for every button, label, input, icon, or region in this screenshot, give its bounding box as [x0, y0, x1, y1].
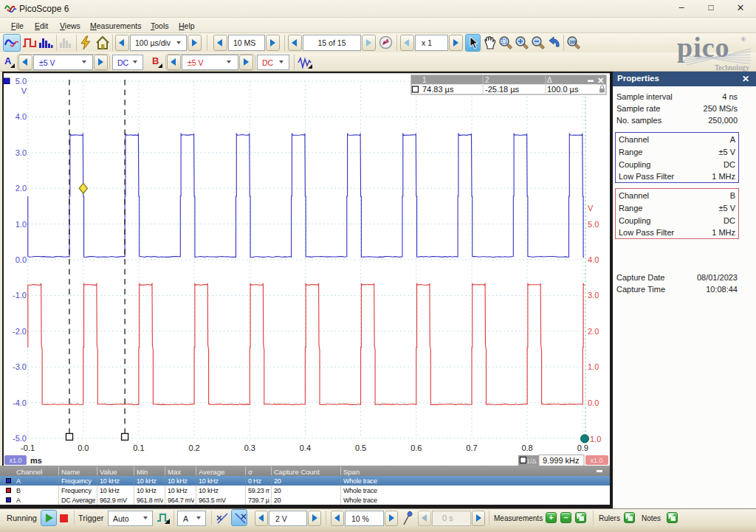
svg-text:1: 1	[422, 76, 427, 84]
svg-text:✕: ✕	[597, 76, 604, 85]
svg-text:4.0: 4.0	[588, 255, 599, 264]
svg-text:-4.0: -4.0	[13, 398, 27, 407]
svg-text:0.0: 0.0	[78, 443, 89, 452]
svg-text:3.0: 3.0	[16, 148, 27, 157]
svg-text:0.5: 0.5	[355, 443, 366, 452]
svg-text:100: 100	[570, 40, 577, 44]
svg-text:-25.18 µs: -25.18 µs	[485, 85, 520, 94]
svg-text:ms: ms	[30, 456, 42, 465]
svg-text:0.7: 0.7	[466, 443, 477, 452]
svg-text:1.0: 1.0	[16, 220, 27, 229]
svg-text:5.0: 5.0	[588, 220, 599, 229]
svg-text:5.0: 5.0	[16, 77, 27, 86]
svg-text:V: V	[588, 204, 594, 213]
svg-text:0.3: 0.3	[244, 443, 255, 452]
svg-text:1/Δ: 1/Δ	[526, 457, 537, 465]
svg-text:Technology: Technology	[715, 63, 749, 72]
svg-text:0.6: 0.6	[410, 443, 422, 452]
svg-text:100.0 µs: 100.0 µs	[547, 85, 579, 94]
svg-text:0.0: 0.0	[588, 398, 599, 407]
svg-text:2: 2	[485, 76, 489, 84]
svg-text:0.0: 0.0	[16, 255, 27, 264]
svg-text:2.0: 2.0	[588, 327, 599, 336]
svg-text:x1.0: x1.0	[590, 457, 602, 464]
svg-text:V: V	[21, 86, 27, 95]
svg-text:x1.0: x1.0	[9, 457, 21, 464]
svg-text:0.9: 0.9	[577, 443, 588, 452]
svg-text:9.999 kHz: 9.999 kHz	[543, 456, 580, 465]
svg-text:2.0: 2.0	[16, 184, 27, 193]
svg-text:0.2: 0.2	[188, 443, 199, 452]
svg-text:-3.0: -3.0	[13, 362, 27, 371]
svg-text:4.0: 4.0	[16, 112, 27, 121]
svg-text:1.0: 1.0	[588, 362, 599, 371]
svg-text:0.4: 0.4	[300, 443, 311, 452]
svg-text:-1.0: -1.0	[13, 291, 27, 300]
svg-text:®: ®	[741, 36, 746, 43]
svg-text:-0.1: -0.1	[21, 443, 35, 452]
svg-text:-5.0: -5.0	[13, 434, 27, 443]
svg-text:pico: pico	[677, 32, 730, 63]
svg-text:3.0: 3.0	[588, 291, 599, 300]
svg-text:0.1: 0.1	[133, 443, 144, 452]
svg-text:74.83 µs: 74.83 µs	[422, 85, 454, 94]
svg-text:1.0: 1.0	[590, 435, 601, 443]
svg-text:-2.0: -2.0	[13, 327, 27, 336]
svg-text:0.8: 0.8	[521, 443, 532, 452]
svg-text:Δ: Δ	[547, 76, 552, 84]
